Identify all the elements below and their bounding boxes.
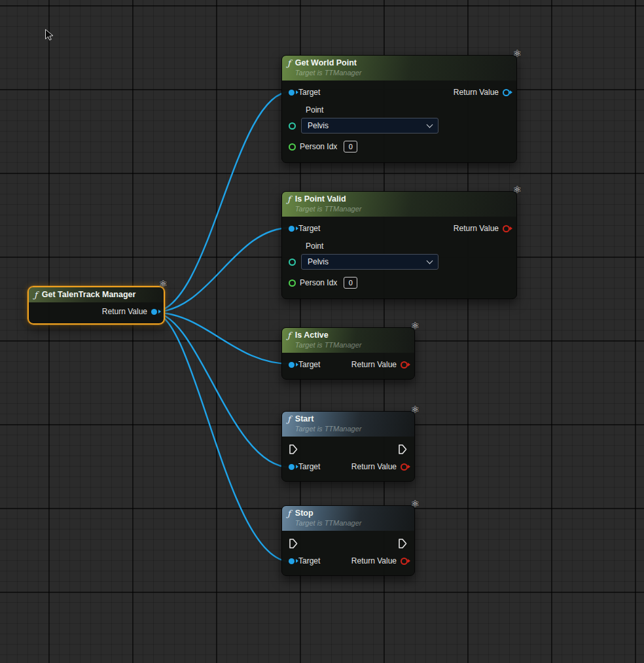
node-header[interactable]: ƒ Get World Point Target is TTManager [282, 56, 516, 81]
target-input-pin[interactable] [289, 558, 295, 564]
point-enum-dropdown[interactable]: Pelvis [301, 118, 438, 134]
function-icon: ƒ [287, 331, 291, 340]
return-value-pin-label: Return Value [351, 556, 397, 565]
mouse-cursor [45, 29, 55, 42]
exec-output-pin[interactable] [399, 539, 407, 548]
atom-icon: ⚛ [411, 499, 420, 509]
atom-icon: ⚛ [159, 279, 168, 289]
return-value-pin-label: Return Value [454, 88, 499, 97]
return-value-output-pin[interactable] [503, 225, 510, 232]
node-title: Get World Point [295, 58, 362, 68]
node-subtitle: Target is TTManager [295, 205, 362, 213]
exec-input-pin[interactable] [289, 444, 298, 454]
wire-to-is-point-valid[interactable] [152, 228, 291, 312]
chevron-down-icon [427, 122, 433, 128]
wire-to-start[interactable] [152, 312, 291, 467]
atom-icon: ⚛ [513, 185, 522, 194]
target-pin-label: Target [298, 556, 320, 565]
return-value-output-pin[interactable] [401, 558, 408, 565]
blueprint-graph-canvas[interactable]: ⚛ ƒ Get World Point Target is TTManager … [0, 0, 644, 663]
point-pin-label: Point [306, 242, 510, 251]
node-start[interactable]: ⚛ ƒ Start Target is TTManager Target Ret… [281, 411, 415, 482]
atom-icon: ⚛ [411, 404, 420, 414]
node-subtitle: Target is TTManager [295, 69, 362, 77]
node-title: Stop [295, 509, 362, 518]
return-value-pin-label: Return Value [102, 307, 147, 316]
node-header[interactable]: ƒ Stop Target is TTManager [282, 506, 414, 531]
atom-icon: ⚛ [411, 321, 420, 331]
function-icon: ƒ [287, 194, 291, 204]
point-input-pin[interactable] [289, 122, 296, 130]
point-pin-label: Point [306, 105, 510, 115]
wire-to-stop[interactable] [152, 312, 291, 562]
return-value-pin-label: Return Value [351, 462, 397, 471]
return-value-output-pin[interactable] [401, 463, 408, 471]
target-pin-label: Target [298, 462, 320, 471]
return-value-output-pin[interactable] [151, 309, 157, 315]
node-header[interactable]: ƒ Get TalenTrack Manager [29, 287, 164, 302]
node-subtitle: Target is TTManager [295, 519, 362, 528]
node-title: Get TalenTrack Manager [42, 290, 136, 300]
point-enum-value: Pelvis [308, 121, 329, 130]
function-icon: ƒ [287, 58, 291, 68]
node-title: Is Active [295, 331, 362, 340]
target-pin-label: Target [298, 88, 320, 97]
node-title: Is Point Valid [295, 194, 362, 204]
node-header[interactable]: ƒ Is Point Valid Target is TTManager [282, 192, 516, 217]
exec-output-pin[interactable] [399, 444, 407, 454]
target-pin-label: Target [298, 360, 320, 369]
node-get-world-point[interactable]: ⚛ ƒ Get World Point Target is TTManager … [281, 55, 517, 163]
target-input-pin[interactable] [289, 90, 295, 96]
target-input-pin[interactable] [289, 362, 295, 368]
node-get-talentrack-manager[interactable]: ⚛ ƒ Get TalenTrack Manager Return Value [27, 286, 165, 325]
person-idx-input[interactable]: 0 [344, 277, 357, 289]
node-subtitle: Target is TTManager [295, 341, 362, 349]
person-idx-pin-label: Person Idx [300, 278, 337, 287]
point-input-pin[interactable] [289, 259, 296, 266]
person-idx-input-pin[interactable] [289, 279, 296, 287]
node-is-active[interactable]: ⚛ ƒ Is Active Target is TTManager Target… [281, 327, 415, 380]
node-is-point-valid[interactable]: ⚛ ƒ Is Point Valid Target is TTManager T… [281, 191, 517, 299]
return-value-output-pin[interactable] [401, 361, 408, 368]
target-input-pin[interactable] [289, 226, 295, 232]
point-enum-value: Pelvis [308, 257, 329, 266]
return-value-output-pin[interactable] [503, 89, 510, 96]
node-header[interactable]: ƒ Start Target is TTManager [282, 412, 414, 437]
node-subtitle: Target is TTManager [295, 425, 362, 433]
target-input-pin[interactable] [289, 464, 295, 470]
function-icon: ƒ [34, 290, 37, 300]
atom-icon: ⚛ [513, 48, 522, 58]
function-icon: ƒ [287, 509, 291, 518]
function-icon: ƒ [287, 414, 291, 424]
wire-to-get-world-point[interactable] [152, 92, 291, 312]
node-title: Start [295, 414, 362, 424]
chevron-down-icon [427, 258, 433, 264]
return-value-pin-label: Return Value [454, 224, 499, 233]
node-header[interactable]: ƒ Is Active Target is TTManager [282, 328, 414, 353]
point-enum-dropdown[interactable]: Pelvis [301, 254, 438, 270]
return-value-pin-label: Return Value [351, 360, 397, 369]
wire-to-is-active[interactable] [152, 312, 291, 364]
exec-input-pin[interactable] [289, 539, 298, 548]
person-idx-input[interactable]: 0 [344, 141, 357, 152]
node-stop[interactable]: ⚛ ƒ Stop Target is TTManager Target Retu… [281, 505, 415, 576]
person-idx-pin-label: Person Idx [300, 142, 337, 151]
target-pin-label: Target [298, 224, 320, 233]
person-idx-input-pin[interactable] [289, 143, 296, 151]
